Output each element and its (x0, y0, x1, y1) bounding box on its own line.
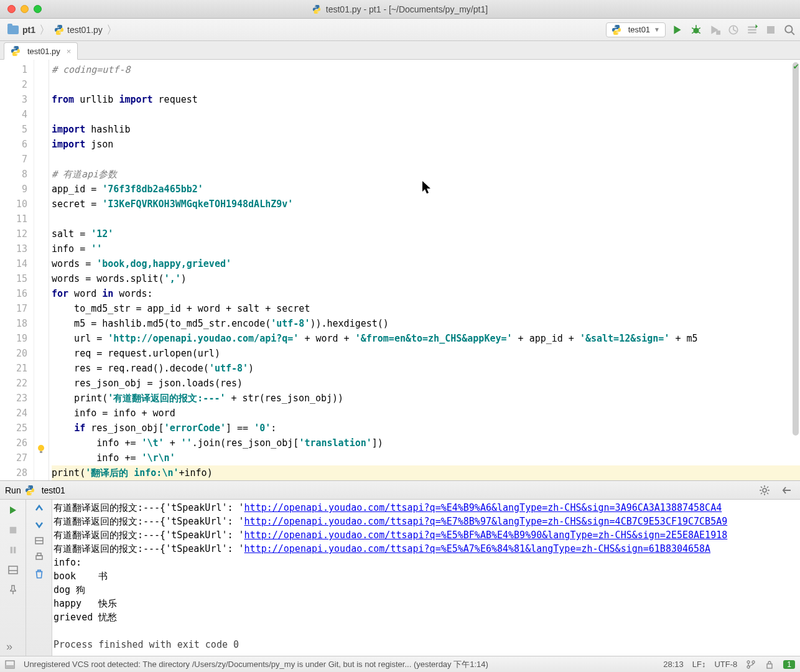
breadcrumb: pt1 〉 test01.py 〉 (5, 22, 119, 37)
run-button[interactable] (671, 23, 684, 37)
git-branch-icon[interactable] (746, 660, 756, 670)
more-toolwindows-button[interactable]: » (6, 640, 12, 653)
print-button[interactable] (34, 552, 44, 562)
svg-rect-28 (40, 451, 42, 453)
svg-point-26 (16, 54, 17, 55)
editor-tab[interactable]: test01.py × (4, 42, 78, 60)
run-toolbar-secondary (26, 500, 52, 656)
svg-rect-18 (748, 26, 756, 27)
svg-line-9 (692, 27, 694, 29)
svg-line-24 (791, 32, 794, 35)
svg-line-12 (698, 32, 700, 33)
toolbar-right: test01 ▼ (606, 22, 796, 37)
line-number-gutter: 1234567891011121314151617181920212223242… (0, 60, 34, 480)
svg-rect-45 (9, 566, 17, 574)
svg-line-38 (761, 493, 762, 494)
window-title: test01.py - pt1 - [~/Documents/py_my/pt1… (0, 4, 800, 14)
svg-point-5 (617, 33, 618, 34)
concurrency-button[interactable] (745, 23, 759, 37)
maximize-window-button[interactable] (34, 5, 42, 13)
svg-rect-56 (767, 664, 772, 668)
svg-rect-19 (748, 29, 756, 30)
svg-line-36 (761, 487, 762, 488)
clear-all-button[interactable] (34, 568, 45, 579)
scroll-up-button[interactable] (34, 503, 44, 513)
settings-icon[interactable] (758, 483, 771, 497)
console-output[interactable]: 有道翻译返回的报文:---{'tSpeakUrl': 'http://opena… (52, 500, 800, 656)
svg-rect-52 (6, 665, 14, 668)
svg-point-27 (38, 445, 44, 451)
svg-point-29 (28, 486, 29, 487)
svg-point-23 (785, 26, 792, 32)
file-encoding[interactable]: UTF-8 (714, 660, 737, 669)
status-bar: Unregistered VCS root detected: The dire… (0, 656, 800, 672)
lock-icon[interactable] (765, 660, 774, 670)
profile-button[interactable] (727, 23, 740, 37)
svg-rect-50 (37, 553, 41, 556)
pause-button[interactable] (6, 543, 20, 557)
line-separator[interactable]: LF↕ (692, 660, 706, 669)
run-toolbar-primary (0, 500, 26, 656)
toolwindow-toggle-icon[interactable] (5, 660, 15, 670)
svg-point-25 (14, 47, 14, 47)
svg-line-17 (733, 30, 737, 31)
search-icon[interactable] (783, 23, 796, 37)
caret-position[interactable]: 28:13 (663, 660, 684, 669)
intention-bulb-icon[interactable] (36, 444, 46, 454)
layout-button[interactable] (6, 563, 20, 577)
svg-point-4 (615, 26, 615, 26)
editor-tab-bar: test01.py × (0, 41, 800, 60)
close-tab-icon[interactable]: × (67, 47, 72, 56)
svg-point-1 (317, 12, 318, 12)
soft-wrap-button[interactable] (34, 536, 44, 546)
title-bar: test01.py - pt1 - [~/Documents/py_my/pt1… (0, 0, 800, 19)
svg-point-0 (315, 6, 316, 6)
python-file-icon (612, 25, 621, 35)
stop-button[interactable] (764, 23, 778, 37)
svg-point-55 (752, 661, 755, 663)
window-controls (0, 5, 42, 13)
run-tool-window: Run test01 (0, 480, 800, 656)
svg-point-30 (30, 493, 31, 494)
code-area[interactable]: # coding=utf-8 from urllib import reques… (49, 60, 800, 480)
python-file-icon (11, 46, 21, 56)
breadcrumb-file[interactable]: test01.py (52, 23, 105, 37)
scroll-down-button[interactable] (34, 520, 44, 530)
editor-scrollbar[interactable] (793, 62, 799, 436)
navigation-bar: pt1 〉 test01.py 〉 test01 ▼ (0, 19, 800, 41)
debug-button[interactable] (689, 23, 703, 37)
svg-rect-43 (10, 547, 12, 554)
event-log-badge[interactable]: 1 (783, 660, 795, 669)
svg-rect-14 (716, 30, 720, 35)
run-toolwindow-header: Run test01 (0, 481, 800, 500)
hide-toolwindow-icon[interactable] (780, 483, 794, 497)
svg-point-2 (57, 26, 58, 26)
minimize-window-button[interactable] (21, 5, 29, 13)
inspection-status-icon[interactable]: ✔︎ (794, 61, 799, 71)
marker-gutter (34, 60, 49, 480)
breadcrumb-separator: 〉 (39, 22, 50, 37)
svg-point-7 (694, 27, 699, 33)
close-window-button[interactable] (7, 5, 16, 13)
code-editor[interactable]: 1234567891011121314151617181920212223242… (0, 60, 800, 480)
rerun-button[interactable] (6, 503, 20, 517)
svg-rect-49 (36, 556, 42, 559)
python-file-icon (312, 5, 321, 14)
status-message[interactable]: Unregistered VCS root detected: The dire… (24, 659, 654, 670)
svg-line-10 (698, 27, 700, 29)
python-file-icon (25, 485, 35, 495)
svg-rect-22 (767, 26, 774, 34)
svg-rect-42 (9, 527, 16, 534)
svg-line-11 (692, 32, 694, 33)
svg-marker-41 (10, 506, 16, 514)
chevron-down-icon: ▼ (654, 26, 660, 33)
pin-tab-button[interactable] (6, 583, 20, 597)
breadcrumb-root[interactable]: pt1 (5, 23, 38, 37)
editor-tab-label: test01.py (27, 47, 60, 56)
breadcrumb-separator: 〉 (106, 22, 118, 37)
run-header-title: Run (5, 485, 21, 495)
coverage-button[interactable] (708, 23, 722, 37)
stop-button[interactable] (6, 523, 20, 537)
run-configuration-dropdown[interactable]: test01 ▼ (606, 22, 666, 37)
svg-marker-21 (756, 24, 758, 29)
